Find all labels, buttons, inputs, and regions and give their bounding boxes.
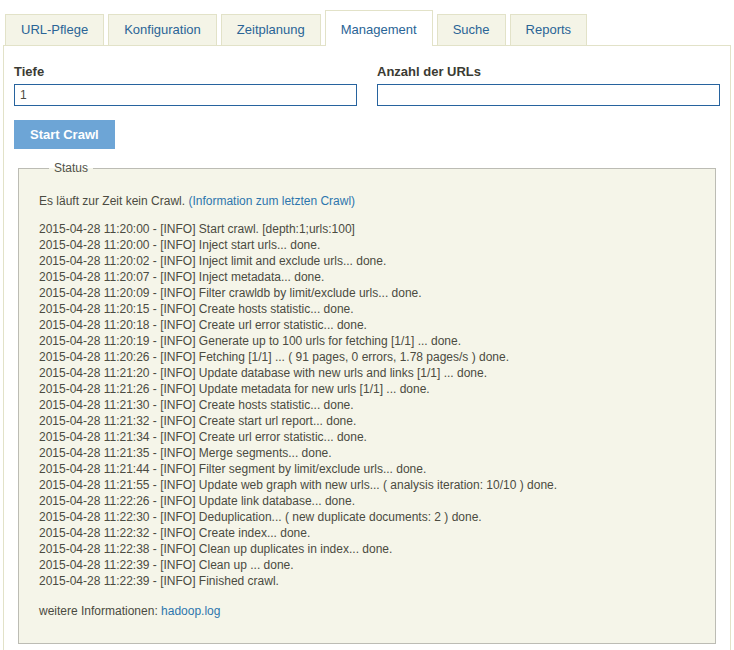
log-line: 2015-04-28 11:20:00 - [INFO] Inject star… (39, 237, 695, 253)
tab-zeitplanung[interactable]: Zeitplanung (221, 14, 321, 45)
crawler-admin-page: URL-Pflege Konfiguration Zeitplanung Man… (0, 0, 734, 650)
log-line: 2015-04-28 11:20:00 - [INFO] Start crawl… (39, 221, 695, 237)
start-crawl-button[interactable]: Start Crawl (14, 120, 115, 149)
log-line: 2015-04-28 11:20:02 - [INFO] Inject limi… (39, 253, 695, 269)
tab-bar: URL-Pflege Konfiguration Zeitplanung Man… (0, 0, 734, 45)
log-line: 2015-04-28 11:20:09 - [INFO] Filter craw… (39, 285, 695, 301)
log-line: 2015-04-28 11:22:39 - [INFO] Clean up ..… (39, 557, 695, 573)
last-crawl-info-link[interactable]: (Information zum letzten Crawl) (188, 194, 355, 208)
status-panel-legend: Status (49, 161, 93, 175)
depth-input[interactable] (14, 84, 357, 106)
log-line: 2015-04-28 11:21:20 - [INFO] Update data… (39, 365, 695, 381)
more-info-text: weitere Informationen: (39, 604, 161, 618)
log-line: 2015-04-28 11:21:44 - [INFO] Filter segm… (39, 461, 695, 477)
log-line: 2015-04-28 11:21:35 - [INFO] Merge segme… (39, 445, 695, 461)
tab-url-pflege[interactable]: URL-Pflege (5, 14, 104, 45)
log-line: 2015-04-28 11:22:30 - [INFO] Deduplicati… (39, 509, 695, 525)
log-line: 2015-04-28 11:21:32 - [INFO] Create star… (39, 413, 695, 429)
tab-suche[interactable]: Suche (437, 14, 506, 45)
log-line: 2015-04-28 11:20:19 - [INFO] Generate up… (39, 333, 695, 349)
url-count-input[interactable] (377, 84, 720, 106)
url-count-label: Anzahl der URLs (377, 64, 720, 79)
log-line: 2015-04-28 11:20:18 - [INFO] Create url … (39, 317, 695, 333)
log-line: 2015-04-28 11:21:26 - [INFO] Update meta… (39, 381, 695, 397)
log-line: 2015-04-28 11:22:39 - [INFO] Finished cr… (39, 573, 695, 589)
depth-label: Tiefe (14, 64, 357, 79)
tab-management[interactable]: Management (325, 10, 433, 46)
log-line: 2015-04-28 11:22:32 - [INFO] Create inde… (39, 525, 695, 541)
more-info-line: weitere Informationen: hadoop.log (39, 603, 695, 619)
crawl-state-line: Es läuft zur Zeit kein Crawl. (Informati… (39, 193, 695, 209)
management-tab-panel: Tiefe Anzahl der URLs Start Crawl Status… (3, 45, 731, 650)
url-count-field-group: Anzahl der URLs (377, 64, 720, 106)
log-line: 2015-04-28 11:22:26 - [INFO] Update link… (39, 493, 695, 509)
hadoop-log-link[interactable]: hadoop.log (161, 604, 220, 618)
tab-reports[interactable]: Reports (510, 14, 588, 45)
crawl-state-text: Es läuft zur Zeit kein Crawl. (39, 194, 188, 208)
crawl-log: 2015-04-28 11:20:00 - [INFO] Start crawl… (39, 221, 695, 589)
status-panel: Status Es läuft zur Zeit kein Crawl. (In… (18, 161, 716, 644)
log-line: 2015-04-28 11:21:34 - [INFO] Create url … (39, 429, 695, 445)
log-line: 2015-04-28 11:21:30 - [INFO] Create host… (39, 397, 695, 413)
crawl-form: Tiefe Anzahl der URLs (14, 64, 720, 106)
log-line: 2015-04-28 11:20:15 - [INFO] Create host… (39, 301, 695, 317)
depth-field-group: Tiefe (14, 64, 357, 106)
log-line: 2015-04-28 11:21:55 - [INFO] Update web … (39, 477, 695, 493)
tab-konfiguration[interactable]: Konfiguration (108, 14, 217, 45)
log-line: 2015-04-28 11:20:26 - [INFO] Fetching [1… (39, 349, 695, 365)
log-line: 2015-04-28 11:22:38 - [INFO] Clean up du… (39, 541, 695, 557)
log-line: 2015-04-28 11:20:07 - [INFO] Inject meta… (39, 269, 695, 285)
